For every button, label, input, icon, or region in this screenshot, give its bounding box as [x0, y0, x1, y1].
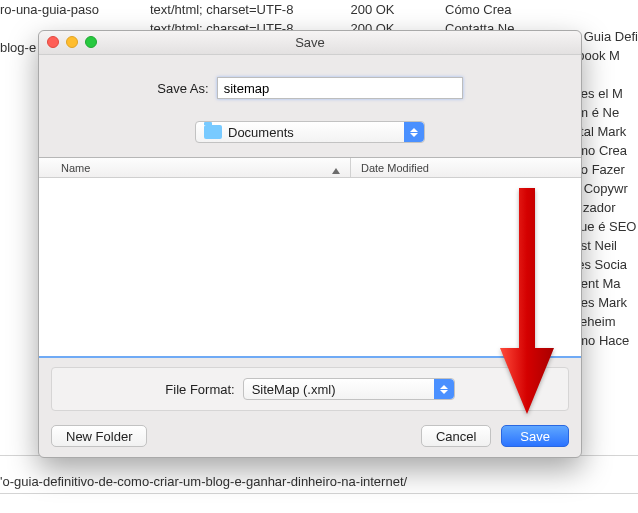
chevron-updown-icon	[434, 379, 454, 399]
cancel-button[interactable]: Cancel	[421, 425, 491, 447]
table-row: ro-una-guia-paso text/html; charset=UTF-…	[0, 0, 638, 19]
close-icon[interactable]	[47, 36, 59, 48]
titlebar: Save	[39, 31, 581, 55]
file-format-label: File Format:	[165, 382, 234, 397]
file-list-body[interactable]	[39, 178, 581, 358]
cell-url: ro-una-guia-paso	[0, 2, 150, 17]
dialog-button-row: New Folder Cancel Save	[51, 425, 569, 447]
sort-asc-icon	[332, 168, 340, 174]
location-value: Documents	[228, 125, 294, 140]
divider	[0, 493, 638, 512]
filename-input[interactable]	[217, 77, 463, 99]
file-format-block: File Format: SiteMap (.xml)	[51, 367, 569, 411]
new-folder-button[interactable]: New Folder	[51, 425, 147, 447]
folder-icon	[204, 125, 222, 139]
file-browser: Name Date Modified	[39, 157, 581, 357]
selection-line	[39, 356, 581, 358]
file-browser-header: Name Date Modified	[39, 158, 581, 178]
zoom-icon[interactable]	[85, 36, 97, 48]
save-button[interactable]: Save	[501, 425, 569, 447]
location-row: Documents	[39, 121, 581, 143]
traffic-lights	[47, 36, 97, 48]
chevron-updown-icon	[404, 122, 424, 142]
cell-title: Cómo Crea	[445, 2, 595, 17]
background-bottom-rows: 'o-guia-definitivo-de-como-criar-um-blog…	[0, 455, 638, 513]
cell-status: 200 OK	[300, 2, 445, 17]
list-item: 'o-guia-definitivo-de-como-criar-um-blog…	[0, 474, 638, 493]
save-dialog: Save Save As: Documents Name Date Modifi…	[38, 30, 582, 458]
cell-type: text/html; charset=UTF-8	[150, 2, 300, 17]
dialog-title: Save	[39, 35, 581, 50]
file-format-value: SiteMap (.xml)	[252, 382, 336, 397]
save-as-row: Save As:	[39, 77, 581, 99]
save-as-label: Save As:	[157, 81, 208, 96]
file-format-popup[interactable]: SiteMap (.xml)	[243, 378, 455, 400]
location-popup[interactable]: Documents	[195, 121, 425, 143]
column-header-date[interactable]: Date Modified	[351, 162, 581, 174]
minimize-icon[interactable]	[66, 36, 78, 48]
column-header-name[interactable]: Name	[39, 162, 350, 174]
column-header-name-label: Name	[61, 162, 90, 174]
